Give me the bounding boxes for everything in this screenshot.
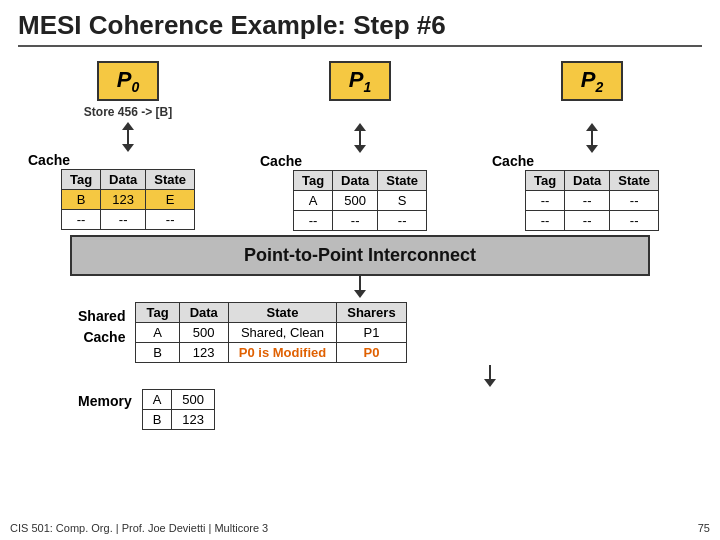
- page-title: MESI Coherence Example: Step #6: [18, 10, 702, 47]
- shared-row1-data: 123: [179, 343, 228, 363]
- shared-col-data: Data: [179, 303, 228, 323]
- table-row: -- -- --: [293, 211, 426, 231]
- p1-col-data: Data: [333, 171, 378, 191]
- table-row: A 500 Shared, Clean P1: [136, 323, 406, 343]
- p1-arrow: [354, 123, 366, 153]
- processor-p2: P2 Cache Tag Data State --: [492, 61, 692, 231]
- table-row: -- -- --: [61, 210, 194, 230]
- memory-label: Memory: [78, 389, 138, 409]
- p0-row1-data: --: [101, 210, 146, 230]
- p1-row0-state: S: [378, 191, 427, 211]
- memory-table: A 500 B 123: [142, 389, 215, 430]
- p1-col-tag: Tag: [293, 171, 332, 191]
- p0-row1-state: --: [146, 210, 195, 230]
- p0-row1-tag: --: [61, 210, 100, 230]
- table-row: B 123 E: [61, 190, 194, 210]
- mem-row0-tag: A: [142, 390, 172, 410]
- p0-row0-tag: B: [61, 190, 100, 210]
- p2-col-data: Data: [565, 171, 610, 191]
- p1-label: P1: [329, 61, 391, 101]
- footer-right: 75: [698, 522, 710, 534]
- processors-row: P0 Store 456 -> [B] Cache Tag Data State: [18, 61, 702, 231]
- shared-row1-state: P0 is Modified: [228, 343, 336, 363]
- processor-p0: P0 Store 456 -> [B] Cache Tag Data State: [28, 61, 228, 230]
- vline: [591, 131, 593, 145]
- shared-row0-data: 500: [179, 323, 228, 343]
- p1-cache-table: Tag Data State A 500 S -- -- --: [293, 170, 427, 231]
- p0-store-label: Store 456 -> [B]: [84, 105, 172, 119]
- p1-row0-data: 500: [333, 191, 378, 211]
- vline: [127, 130, 129, 144]
- shared-cache-table: Tag Data State Sharers A 500 Shared, Cle…: [135, 302, 406, 363]
- footer-left: CIS 501: Comp. Org. | Prof. Joe Devietti…: [10, 522, 268, 534]
- p2-row0-state: --: [610, 191, 659, 211]
- vline: [359, 276, 361, 290]
- arrow-down-icon: [354, 290, 366, 298]
- p0-row0-state: E: [146, 190, 195, 210]
- arrow-up-icon: [122, 122, 134, 130]
- table-row: B 123 P0 is Modified P0: [136, 343, 406, 363]
- p1-row1-tag: --: [293, 211, 332, 231]
- p2-col-state: State: [610, 171, 659, 191]
- p1-row0-tag: A: [293, 191, 332, 211]
- p2-cache-table: Tag Data State -- -- -- -- -- --: [525, 170, 659, 231]
- p0-col-data: Data: [101, 170, 146, 190]
- p0-col-state: State: [146, 170, 195, 190]
- mem-row1-tag: B: [142, 410, 172, 430]
- p1-col-state: State: [378, 171, 427, 191]
- p0-cache-label: Cache: [28, 152, 70, 168]
- p0-arrow: [122, 122, 134, 152]
- shared-row0-sharers: P1: [337, 323, 406, 343]
- footer: CIS 501: Comp. Org. | Prof. Joe Devietti…: [10, 522, 710, 534]
- shared-row1-sharers: P0: [337, 343, 406, 363]
- shared-row1-tag: B: [136, 343, 179, 363]
- p2-label: P2: [561, 61, 623, 101]
- shared-col-tag: Tag: [136, 303, 179, 323]
- processor-p1: P1 Cache Tag Data State A: [260, 61, 460, 231]
- page: MESI Coherence Example: Step #6 P0 Store…: [0, 0, 720, 540]
- p0-cache-table: Tag Data State B 123 E -- -- --: [61, 169, 195, 230]
- table-row: -- -- --: [525, 191, 658, 211]
- shared-row0-state: Shared, Clean: [228, 323, 336, 343]
- p2-arrow: [586, 123, 598, 153]
- p2-row1-data: --: [565, 211, 610, 231]
- p1-row1-data: --: [333, 211, 378, 231]
- interconnect-bar: Point-to-Point Interconnect: [70, 235, 650, 276]
- memory-arrow: [278, 365, 702, 387]
- vline: [359, 131, 361, 145]
- p0-row0-data: 123: [101, 190, 146, 210]
- p0-label: P0: [97, 61, 159, 101]
- shared-col-state: State: [228, 303, 336, 323]
- p2-row1-state: --: [610, 211, 659, 231]
- mem-row1-data: 123: [172, 410, 215, 430]
- vline: [489, 365, 491, 379]
- table-row: B 123: [142, 410, 214, 430]
- mem-row0-data: 500: [172, 390, 215, 410]
- arrow-up-icon: [354, 123, 366, 131]
- interconnect-down-arrow: [354, 276, 366, 298]
- p2-row1-tag: --: [525, 211, 564, 231]
- p2-cache-label: Cache: [492, 153, 534, 169]
- arrow-down-icon: [484, 379, 496, 387]
- shared-col-sharers: Sharers: [337, 303, 406, 323]
- arrow-up-icon: [586, 123, 598, 131]
- table-row: -- -- --: [525, 211, 658, 231]
- table-row: A 500: [142, 390, 214, 410]
- table-row: A 500 S: [293, 191, 426, 211]
- p2-row0-data: --: [565, 191, 610, 211]
- p1-cache-label: Cache: [260, 153, 302, 169]
- p2-row0-tag: --: [525, 191, 564, 211]
- arrow-down-icon: [122, 144, 134, 152]
- arrow-down-icon: [354, 145, 366, 153]
- shared-cache-section: SharedCache Tag Data State Sharers A 500…: [78, 302, 702, 363]
- shared-row0-tag: A: [136, 323, 179, 343]
- memory-section: Memory A 500 B 123: [78, 389, 702, 430]
- p2-col-tag: Tag: [525, 171, 564, 191]
- arrow-down-icon: [586, 145, 598, 153]
- shared-cache-label: SharedCache: [78, 302, 131, 348]
- interconnect-section: Point-to-Point Interconnect: [18, 235, 702, 298]
- p1-row1-state: --: [378, 211, 427, 231]
- p0-col-tag: Tag: [61, 170, 100, 190]
